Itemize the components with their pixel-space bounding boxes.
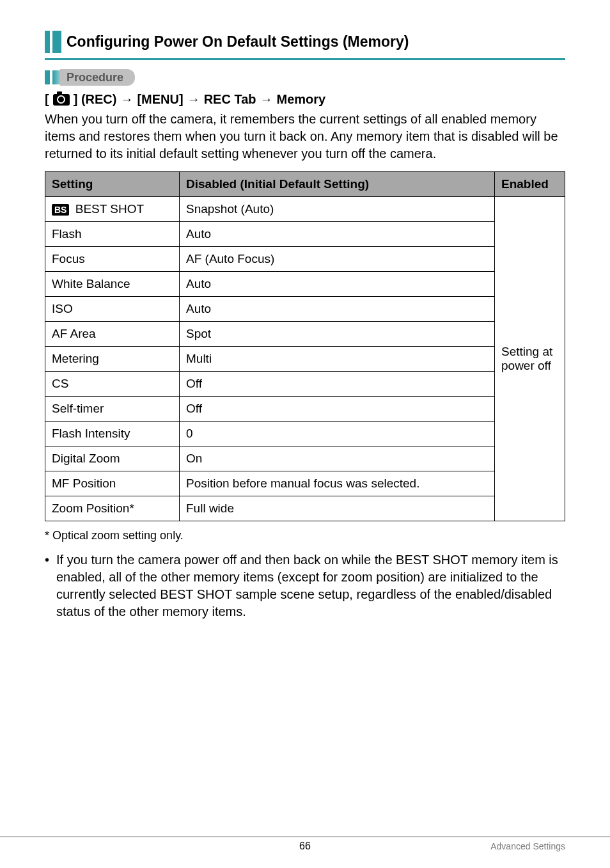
table-row: Zoom Position*Full wide — [45, 496, 565, 521]
cell-disabled: Position before manual focus was selecte… — [180, 471, 495, 496]
cell-disabled: Off — [180, 372, 495, 397]
accent-gradient-icon — [52, 70, 60, 84]
page-number: 66 — [0, 840, 610, 852]
settings-table: Setting Disabled (Initial Default Settin… — [45, 171, 565, 521]
table-row: AF AreaSpot — [45, 322, 565, 347]
cell-disabled: Auto — [180, 297, 495, 322]
col-header-setting: Setting — [45, 172, 180, 197]
cell-setting: Zoom Position* — [45, 496, 180, 521]
cell-setting: BS BEST SHOT — [45, 197, 180, 222]
path-menu: [MENU] — [137, 92, 183, 107]
cell-disabled: Full wide — [180, 496, 495, 521]
procedure-label: Procedure — [60, 69, 135, 86]
table-row: FocusAF (Auto Focus) — [45, 247, 565, 272]
cell-setting: MF Position — [45, 471, 180, 496]
section-header: Configuring Power On Default Settings (M… — [45, 31, 565, 53]
bs-icon: BS — [52, 204, 69, 216]
table-row: BS BEST SHOTSnapshot (Auto)Setting at po… — [45, 197, 565, 222]
table-row: MeteringMulti — [45, 347, 565, 372]
cell-disabled: Multi — [180, 347, 495, 372]
table-row: ISOAuto — [45, 297, 565, 322]
page-title: Configuring Power On Default Settings (M… — [66, 31, 409, 53]
table-row: Digital ZoomOn — [45, 446, 565, 471]
cell-setting: Metering — [45, 347, 180, 372]
section-underline — [45, 58, 565, 60]
table-row: White BalanceAuto — [45, 272, 565, 297]
cell-disabled: Auto — [180, 272, 495, 297]
intro-paragraph: When you turn off the camera, it remembe… — [45, 111, 565, 162]
cell-disabled: 0 — [180, 422, 495, 446]
cell-setting: Self-timer — [45, 397, 180, 422]
arrow-right-icon: → — [187, 92, 200, 107]
cell-disabled: AF (Auto Focus) — [180, 247, 495, 272]
table-header-row: Setting Disabled (Initial Default Settin… — [45, 172, 565, 197]
camera-icon — [53, 94, 70, 106]
table-row: CSOff — [45, 372, 565, 397]
page-footer: 66 Advanced Settings — [0, 836, 610, 851]
cell-setting-text: BEST SHOT — [72, 202, 144, 216]
cell-setting: AF Area — [45, 322, 180, 347]
footnote-text: Optical zoom setting only. — [52, 529, 184, 542]
cell-setting: Focus — [45, 247, 180, 272]
arrow-right-icon: → — [260, 92, 273, 107]
cell-disabled: Auto — [180, 222, 495, 247]
cell-setting: Flash Intensity — [45, 422, 180, 446]
path-memory: Memory — [277, 92, 326, 107]
menu-path: [ ] (REC) → [MENU] → REC Tab → Memory — [45, 92, 565, 107]
path-rec: ] (REC) — [74, 92, 117, 107]
path-rec-tab: REC Tab — [204, 92, 256, 107]
arrow-right-icon: → — [120, 92, 133, 107]
bullet-icon: • — [45, 551, 56, 620]
cell-setting: Digital Zoom — [45, 446, 180, 471]
table-row: Self-timerOff — [45, 397, 565, 422]
col-header-enabled: Enabled — [495, 172, 565, 197]
cell-enabled: Setting at power off — [495, 197, 565, 521]
footnote-marker: * — [45, 529, 49, 542]
table-row: MF PositionPosition before manual focus … — [45, 471, 565, 496]
cell-setting: Flash — [45, 222, 180, 247]
path-open-bracket: [ — [45, 92, 49, 107]
bullet-note: • If you turn the camera power off and t… — [45, 551, 565, 620]
col-header-disabled: Disabled (Initial Default Setting) — [180, 172, 495, 197]
cell-disabled: Off — [180, 397, 495, 422]
procedure-heading: Procedure — [45, 69, 565, 86]
accent-bar-thin-icon — [52, 31, 61, 53]
cell-disabled: On — [180, 446, 495, 471]
table-row: Flash Intensity0 — [45, 422, 565, 446]
cell-setting: CS — [45, 372, 180, 397]
accent-bar-icon — [45, 70, 50, 84]
cell-disabled: Spot — [180, 322, 495, 347]
bullet-text: If you turn the camera power off and the… — [56, 551, 565, 620]
cell-setting: White Balance — [45, 272, 180, 297]
cell-setting: ISO — [45, 297, 180, 322]
accent-bar-icon — [45, 31, 50, 53]
table-row: FlashAuto — [45, 222, 565, 247]
cell-disabled: Snapshot (Auto) — [180, 197, 495, 222]
footnote: * Optical zoom setting only. — [45, 529, 565, 542]
